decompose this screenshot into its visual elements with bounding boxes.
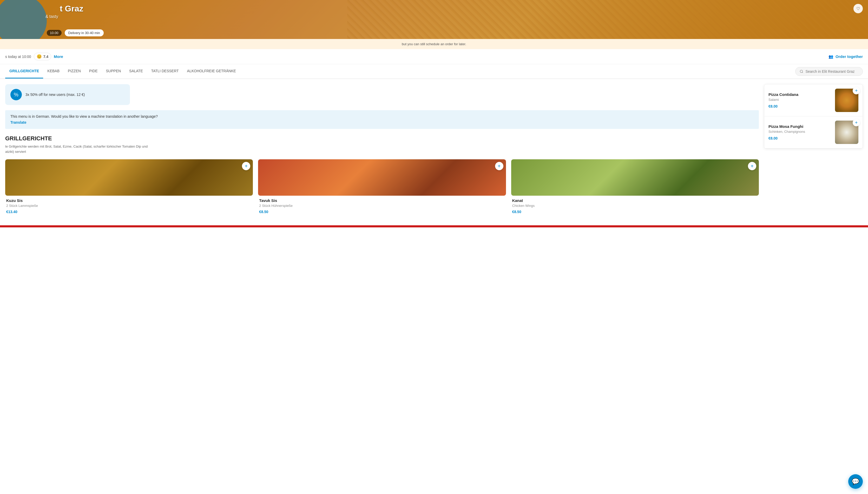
featured-item-info: Pizza Contidana Salami €8.00: [769, 92, 832, 108]
rating-badge: 😊 7.4: [34, 53, 51, 60]
menu-item-description: 2 Stück Hühnerspieße: [259, 204, 505, 208]
category-item-pizzen[interactable]: PIZZEN: [64, 64, 85, 78]
category-item-tatli-dessert[interactable]: TATLI DESSERT: [147, 64, 183, 78]
svg-point-0: [800, 70, 803, 73]
more-link[interactable]: More: [54, 54, 63, 59]
menu-items-grid: + Kuzu Sis 2 Stück Lammspieße €13.40 + T…: [5, 159, 759, 215]
main-content: % 3x 50% off for new users (max. 12 €) T…: [0, 79, 868, 220]
menu-item-image-wrap: +: [258, 159, 506, 196]
footer-bar: [0, 225, 868, 227]
favorite-button[interactable]: ♡: [853, 4, 863, 13]
menu-item-name: Kuzu Sis: [6, 198, 252, 203]
category-item-suppen[interactable]: SUPPEN: [102, 64, 125, 78]
menu-item-price: €8.50: [512, 210, 758, 214]
info-bar: s today at 10:00 😊 7.4 More 👥 Order toge…: [0, 49, 868, 64]
svg-line-1: [802, 72, 803, 73]
featured-item-description: Salami: [769, 98, 832, 101]
rating-value: 7.4: [43, 55, 49, 59]
section-description-grillgerichte: le Grillgerichte werden mit Brot, Salat,…: [5, 144, 151, 154]
menu-item-price: €13.40: [6, 210, 252, 214]
search-input[interactable]: [805, 69, 859, 74]
hero-overlay: [0, 0, 868, 39]
promo-icon: %: [11, 89, 22, 100]
menu-item-card: + Tavuk Sis 2 Stück Hühnerspieße €8.50: [258, 159, 506, 215]
promo-percent-icon: %: [14, 92, 18, 98]
menu-item-info: Kuzu Sis 2 Stück Lammspieße €13.40: [5, 196, 253, 215]
featured-item-price: €8.00: [769, 104, 832, 108]
add-item-button[interactable]: +: [748, 162, 756, 170]
featured-item-description: Schinken, Champignons: [769, 130, 832, 134]
category-navigation: GRILLGERICHTEKEBABPIZZENPIDESUPPENSALATE…: [0, 64, 868, 79]
sidebar-right: Pizza Contidana Salami €8.00 + Pizza Mos…: [764, 84, 863, 215]
heart-icon: ♡: [856, 6, 860, 11]
menu-item-card: + Kuzu Sis 2 Stück Lammspieße €13.40: [5, 159, 253, 215]
featured-add-button[interactable]: +: [853, 87, 860, 94]
menu-item-image: [511, 159, 759, 196]
rating-emoji: 😊: [37, 54, 42, 59]
featured-item: Pizza Mosa Funghi Schinken, Champignons …: [764, 116, 863, 148]
closed-notice: but you can still schedule an order for …: [0, 39, 868, 49]
featured-add-button[interactable]: +: [853, 119, 860, 126]
menu-item-price: €8.50: [259, 210, 505, 214]
menu-item-name: Tavuk Sis: [259, 198, 505, 203]
menu-item-image-wrap: +: [511, 159, 759, 196]
search-box[interactable]: [795, 67, 863, 76]
order-together-label: Order together: [835, 54, 863, 59]
featured-items-card: Pizza Contidana Salami €8.00 + Pizza Mos…: [764, 84, 863, 149]
open-time-text: s today at 10:00: [5, 55, 31, 59]
category-item-pide[interactable]: PIDE: [85, 64, 102, 78]
restaurant-title: t Graz: [60, 4, 83, 14]
featured-item-info: Pizza Mosa Funghi Schinken, Champignons …: [769, 124, 832, 140]
closed-message: but you can still schedule an order for …: [402, 42, 466, 46]
promo-banner: % 3x 50% off for new users (max. 12 €): [5, 84, 130, 105]
translation-notice: This menu is in German. Would you like t…: [5, 110, 759, 129]
delivery-time-badge: Delivery in 30-40 min: [65, 30, 104, 36]
menu-item-description: Chicken Wings: [512, 204, 758, 208]
menu-item-name: Kanat: [512, 198, 758, 203]
order-together-button[interactable]: 👥 Order together: [829, 54, 863, 59]
category-item-grillgerichte[interactable]: GRILLGERICHTE: [5, 64, 43, 78]
hero-info-bar: 10.00 Delivery in 30-40 min: [47, 30, 104, 36]
category-item-salate[interactable]: SALATE: [125, 64, 147, 78]
translation-notice-text: This menu is in German. Would you like t…: [11, 114, 754, 118]
search-icon: [799, 69, 803, 74]
menu-item-info: Tavuk Sis 2 Stück Hühnerspieße €8.50: [258, 196, 506, 215]
hero-section: t Graz & tasty 10.00 Delivery in 30-40 m…: [0, 0, 868, 39]
menu-item-image: [5, 159, 253, 196]
category-nav-items: GRILLGERICHTEKEBABPIZZENPIDESUPPENSALATE…: [5, 64, 240, 78]
menu-item-card: + Kanat Chicken Wings €8.50: [511, 159, 759, 215]
promo-text: 3x 50% off for new users (max. 12 €): [25, 93, 85, 97]
category-item-alkoholfreie-getränke[interactable]: ALKOHOLFREIE GETRÄNKE: [183, 64, 240, 78]
category-item-kebab[interactable]: KEBAB: [43, 64, 64, 78]
translate-link[interactable]: Translate: [11, 120, 26, 125]
menu-item-info: Kanat Chicken Wings €8.50: [511, 196, 759, 215]
info-bar-left: s today at 10:00 😊 7.4 More: [5, 53, 63, 60]
menu-item-image: [258, 159, 506, 196]
add-item-button[interactable]: +: [495, 162, 503, 170]
restaurant-subtitle: & tasty: [45, 14, 58, 19]
featured-item-price: €8.00: [769, 136, 832, 140]
section-heading-grillgerichte: GRILLGERICHTE: [5, 135, 759, 142]
order-together-icon: 👥: [829, 54, 833, 59]
menu-item-description: 2 Stück Lammspieße: [6, 204, 252, 208]
featured-item-name: Pizza Mosa Funghi: [769, 124, 832, 129]
featured-item: Pizza Contidana Salami €8.00 +: [764, 84, 863, 116]
featured-item-name: Pizza Contidana: [769, 92, 832, 97]
content-left: % 3x 50% off for new users (max. 12 €) T…: [5, 84, 759, 215]
menu-item-image-wrap: +: [5, 159, 253, 196]
min-order-badge: 10.00: [47, 30, 62, 36]
